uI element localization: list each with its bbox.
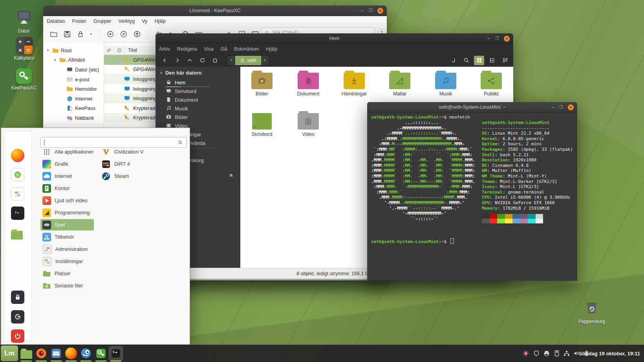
breadcrumb-right-icon[interactable] <box>261 56 269 65</box>
close-icon[interactable]: × <box>377 8 383 14</box>
file-skrivbord[interactable]: Skrivbord <box>242 113 282 137</box>
category-graphics[interactable]: Grafik <box>40 158 94 170</box>
keepassxc-menu-1[interactable]: Poster <box>69 18 90 24</box>
nemo-menu-1[interactable]: Redigera <box>174 46 201 52</box>
launcher-terminal[interactable]: $ <box>109 347 123 360</box>
network-tray-icon[interactable] <box>563 350 570 357</box>
app-item-dirt4[interactable]: DiRTDiRT 4 <box>102 158 180 170</box>
keepassxc-menu-4[interactable]: Vy <box>138 18 151 24</box>
removable-tray-icon[interactable] <box>553 350 560 357</box>
file-mallar[interactable]: Mallar <box>380 73 419 97</box>
app-item-steam[interactable]: Steam <box>102 170 180 182</box>
file-dokument[interactable]: Dokument <box>289 73 328 97</box>
minimize-icon[interactable]: – <box>361 8 364 13</box>
keepassxc-menu-0[interactable]: Databas <box>43 18 69 24</box>
file-video[interactable]: Video <box>289 113 328 137</box>
breadcrumb-home-button[interactable]: seth <box>235 56 261 65</box>
category-admin[interactable]: Administration <box>40 243 94 255</box>
minimize-icon[interactable]: – <box>551 105 554 110</box>
keepassxc-menu-3[interactable]: Verktyg <box>115 18 139 24</box>
forward-button[interactable] <box>172 56 182 65</box>
refresh-button[interactable] <box>197 56 207 65</box>
desktop-icon-calculator[interactable]: +−×=Kalkylator <box>7 37 42 61</box>
favorite-firefox[interactable] <box>11 149 24 162</box>
minimize-icon[interactable]: – <box>487 36 490 41</box>
flame-tray-icon[interactable] <box>522 350 529 357</box>
taskbar-clock[interactable]: Söndag 19 oktober, 19:11 <box>579 345 640 362</box>
category-all-apps[interactable]: Alla applikationer <box>40 146 94 157</box>
title-column-header[interactable]: Titel <box>124 48 137 53</box>
sidebar-item-musik[interactable]: Musik <box>166 104 188 113</box>
favorite-software-manager[interactable] <box>11 168 24 181</box>
category-office[interactable]: Kontor <box>40 183 94 194</box>
view-list-button[interactable] <box>487 56 497 65</box>
expander-icon[interactable]: ▾ <box>53 58 57 62</box>
desktop-icon-keepassxc[interactable]: KeePassXC <box>6 68 42 91</box>
eject-icon[interactable] <box>228 172 234 179</box>
group-tree-item[interactable]: KeePass <box>43 104 104 113</box>
up-button[interactable] <box>185 56 195 65</box>
group-tree-item[interactable]: Hemsidor <box>43 84 104 94</box>
launcher-webapp[interactable] <box>79 347 93 360</box>
sidebar-header[interactable]: ▼Den här datorn <box>159 70 201 76</box>
session-shutdown-button[interactable] <box>11 329 24 343</box>
desktop-icon-computer[interactable]: Dator <box>6 9 42 34</box>
close-icon[interactable]: × <box>504 36 510 42</box>
category-places[interactable]: Platser <box>40 268 94 279</box>
keepassxc-menu-2[interactable]: Grupper <box>90 18 115 24</box>
file-musik[interactable]: Musik <box>426 73 465 97</box>
view-compact-button[interactable] <box>500 56 510 65</box>
lock-database-icon[interactable] <box>76 30 85 38</box>
location-entry-icon[interactable] <box>448 56 458 65</box>
save-database-icon[interactable] <box>63 30 71 38</box>
nemo-titlebar[interactable]: Hem – ❐ × <box>156 33 513 44</box>
delete-entry-icon[interactable] <box>133 30 141 38</box>
home-button[interactable] <box>210 56 220 65</box>
category-settings[interactable]: Inställningar <box>40 256 94 267</box>
group-tree-item[interactable]: ▾Root <box>43 46 104 55</box>
open-database-icon[interactable] <box>49 30 58 38</box>
file-publikt[interactable]: Publikt <box>472 73 511 97</box>
group-tree-item[interactable]: ▾Allmänt <box>43 55 104 65</box>
terminal-titlebar[interactable]: seth@seth-System-LinuxMint: ~ – ❐ × <box>367 102 577 113</box>
maximize-icon[interactable]: ❐ <box>495 37 499 40</box>
category-games[interactable]: Spel <box>40 219 94 230</box>
add-entry-icon[interactable] <box>106 30 115 38</box>
shield-tray-icon[interactable] <box>533 350 540 357</box>
expander-icon[interactable]: ▾ <box>46 48 50 52</box>
favorite-system-settings[interactable] <box>11 187 24 201</box>
nemo-menu-0[interactable]: Arkiv <box>156 46 174 52</box>
printer-tray-icon[interactable] <box>543 350 550 357</box>
category-internet[interactable]: Internet <box>40 170 94 182</box>
maximize-icon[interactable]: ❐ <box>559 105 563 109</box>
search-icon[interactable] <box>461 56 471 65</box>
keepassxc-titlebar[interactable]: Lösenord - KeePassXC – ❐ × <box>43 5 387 16</box>
expiry-column-icon[interactable] <box>114 46 124 55</box>
nemo-menu-4[interactable]: Bokmärken <box>231 46 262 52</box>
maximize-icon[interactable]: ❐ <box>369 9 372 13</box>
nemo-menu-3[interactable]: Gå <box>217 46 231 52</box>
launcher-keepassxc[interactable] <box>94 347 108 360</box>
mint-menu-button[interactable]: Lm <box>1 346 18 361</box>
app-item-civ5[interactable]: VCivilization V <box>102 146 180 157</box>
group-tree-item[interactable]: %Nätbank <box>43 113 104 123</box>
chevron-down-icon[interactable] <box>90 30 93 38</box>
group-tree-item[interactable]: Internet <box>43 94 104 104</box>
favorite-files[interactable] <box>11 229 24 242</box>
breadcrumb-left-icon[interactable] <box>227 56 235 65</box>
nemo-menu-2[interactable]: Visa <box>201 46 217 52</box>
back-button[interactable] <box>159 56 170 65</box>
nemo-menu-5[interactable]: Hjälp <box>263 46 281 52</box>
group-tree-item[interactable]: Dator (etc) <box>43 65 104 75</box>
launcher-mail[interactable] <box>49 347 63 360</box>
sidebar-item-dokument[interactable]: Dokument <box>166 96 198 104</box>
favorite-terminal[interactable]: $ <box>11 207 24 220</box>
launcher-pix[interactable] <box>35 347 48 360</box>
keepassxc-menu-5[interactable]: Hjälp <box>151 18 169 24</box>
sidebar-item-bilder[interactable]: Bilder <box>166 113 188 121</box>
session-lock-button[interactable] <box>11 291 24 304</box>
category-accessories[interactable]: Tillbehör <box>40 231 94 243</box>
edit-entry-icon[interactable] <box>119 30 128 38</box>
session-logout-button[interactable] <box>11 310 24 324</box>
category-recent[interactable]: Senaste filer <box>40 280 94 291</box>
